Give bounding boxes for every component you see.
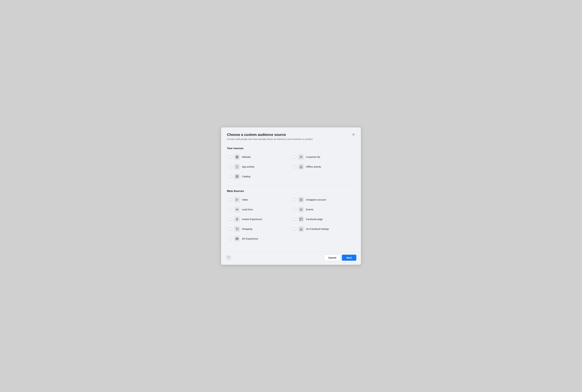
globe-icon	[234, 154, 240, 160]
section-divider	[227, 186, 355, 186]
radio-instant-experience[interactable]	[229, 218, 232, 221]
modal-title: Choose a custom audience source	[227, 132, 355, 137]
option-events-label: Events	[306, 208, 314, 211]
option-facebook-page[interactable]: Facebook page	[291, 215, 355, 224]
radio-app-activity[interactable]	[229, 165, 232, 168]
option-video[interactable]: Video	[227, 195, 291, 204]
radio-on-facebook-listings[interactable]	[293, 227, 296, 230]
svg-point-12	[302, 199, 302, 199]
option-catalog-label: Catalog	[242, 175, 250, 178]
modal-footer: ? Cancel Next	[221, 252, 361, 265]
radio-website[interactable]	[229, 155, 232, 158]
svg-point-21	[236, 230, 237, 230]
radio-shopping[interactable]	[229, 227, 232, 230]
option-instant-experience[interactable]: Instant Experience	[227, 215, 291, 224]
store-icon	[298, 164, 304, 170]
option-shopping-label: Shopping	[242, 228, 252, 230]
svg-rect-8	[236, 177, 237, 178]
svg-rect-23	[300, 229, 302, 230]
meta-sources-label: Meta Sources	[227, 190, 355, 192]
svg-rect-6	[237, 175, 238, 176]
grid-icon	[234, 174, 240, 180]
radio-video[interactable]	[229, 198, 232, 201]
close-button[interactable]: ✕	[351, 132, 356, 137]
next-button[interactable]: Next	[342, 255, 356, 261]
radio-offline-activity[interactable]	[293, 165, 296, 168]
radio-events[interactable]	[293, 208, 296, 211]
option-shopping[interactable]: Shopping	[227, 224, 291, 234]
cancel-button[interactable]: Cancel	[324, 254, 340, 261]
option-app-activity-label: App activity	[242, 165, 254, 168]
help-icon: ?	[228, 256, 230, 259]
option-ar-experience[interactable]: AR Experience	[227, 234, 291, 243]
svg-rect-3	[236, 165, 238, 168]
meta-sources-grid: Video Instagram account	[227, 195, 355, 243]
option-customer-list[interactable]: Customer list	[291, 152, 355, 162]
radio-catalog[interactable]	[229, 175, 232, 178]
option-app-activity[interactable]: App activity	[227, 162, 291, 171]
radio-facebook-page[interactable]	[293, 218, 296, 221]
option-offline-activity[interactable]: Offline activity	[291, 162, 355, 171]
option-offline-activity-label: Offline activity	[306, 165, 321, 168]
svg-rect-18	[300, 218, 302, 220]
option-lead-form-label: Lead form	[242, 208, 253, 211]
your-sources-grid: Website Customer list	[227, 152, 355, 181]
option-on-facebook-listings[interactable]: On-Facebook listings	[291, 224, 355, 234]
play-icon	[234, 197, 240, 203]
option-website[interactable]: Website	[227, 152, 291, 162]
users-icon	[298, 154, 304, 160]
phone-icon	[234, 164, 240, 170]
option-website-label: Website	[242, 156, 251, 158]
option-events[interactable]: Events	[291, 205, 355, 214]
events-icon	[298, 206, 304, 212]
option-instant-experience-label: Instant Experience	[242, 218, 262, 220]
option-ar-experience-label: AR Experience	[242, 237, 258, 240]
option-customer-list-label: Customer list	[306, 156, 320, 158]
ar-icon	[234, 236, 240, 242]
modal-body: Your sources Website	[221, 143, 361, 252]
option-instagram-account[interactable]: Instagram account	[291, 195, 355, 204]
svg-marker-9	[236, 198, 238, 201]
listings-icon	[298, 226, 304, 232]
svg-point-22	[238, 230, 238, 230]
radio-ar-experience[interactable]	[229, 237, 232, 240]
option-instagram-account-label: Instagram account	[306, 198, 326, 201]
modal-header: Choose a custom audience source Connect …	[221, 128, 361, 143]
svg-rect-10	[300, 198, 302, 201]
leadform-icon	[234, 206, 240, 212]
option-lead-form[interactable]: Lead form	[227, 205, 291, 214]
option-video-label: Video	[242, 198, 248, 201]
help-button[interactable]: ?	[226, 255, 232, 260]
footer-actions: Cancel Next	[324, 254, 356, 261]
svg-rect-5	[236, 175, 237, 176]
svg-point-11	[300, 199, 302, 200]
instagram-icon	[298, 197, 304, 203]
modal-container: Choose a custom audience source Connect …	[221, 128, 361, 265]
modal-subtitle: Connect with people who have already sho…	[227, 138, 355, 140]
svg-marker-16	[300, 208, 302, 211]
radio-customer-list[interactable]	[293, 155, 296, 158]
option-facebook-page-label: Facebook page	[306, 218, 323, 220]
lightning-icon	[234, 216, 240, 222]
close-icon: ✕	[352, 132, 355, 136]
radio-lead-form[interactable]	[229, 208, 232, 211]
svg-marker-17	[236, 218, 238, 220]
your-sources-label: Your sources	[227, 147, 355, 150]
svg-point-2	[300, 156, 301, 157]
cart-icon	[234, 226, 240, 232]
radio-instagram-account[interactable]	[293, 198, 296, 201]
facebook-page-icon	[298, 216, 304, 222]
option-on-facebook-listings-label: On-Facebook listings	[306, 228, 329, 230]
svg-rect-7	[237, 177, 238, 178]
option-catalog[interactable]: Catalog	[227, 172, 291, 181]
